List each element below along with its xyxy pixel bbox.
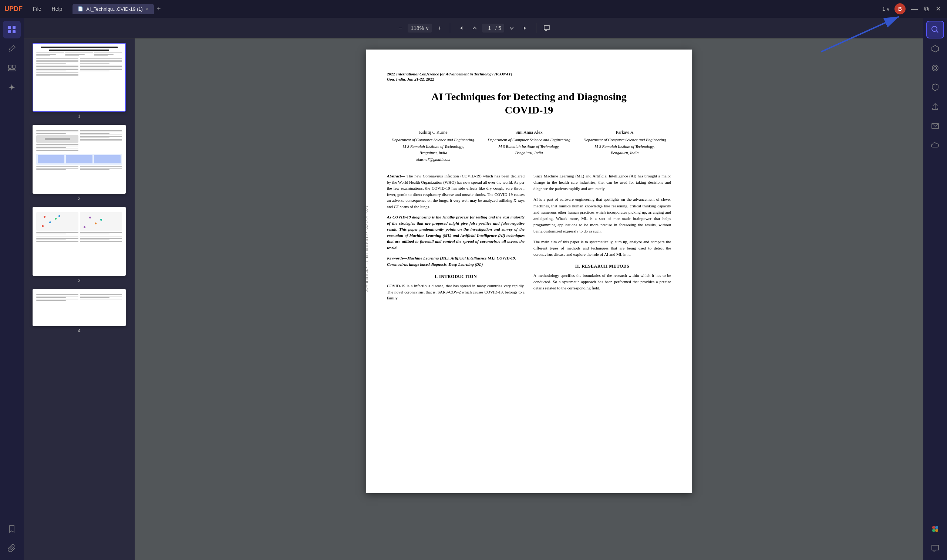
author-2-institute: M S Ramaiah Institute of Technology, (483, 143, 575, 150)
zoom-controls: − 118% ∨ + (393, 22, 446, 35)
zoom-in-button[interactable]: + (433, 22, 446, 35)
tab-active[interactable]: 📄 AI_Techniqu...OVID-19 (1) × (72, 4, 154, 14)
two-col-content: Abstract— The new Coronavirus infection … (387, 173, 671, 301)
author-1-institute: M S Ramaiah Institute of Technology, (387, 143, 480, 150)
keywords: Keywords—Machine Learning (ML), Artifici… (387, 255, 524, 267)
zoom-chevron-icon: ∨ (426, 25, 429, 31)
right-col-p1: Since Machine Learning (ML) and Artifici… (534, 173, 671, 192)
abstract-text: The new Coronavirus infection (COVID-19)… (387, 174, 524, 209)
user-avatar[interactable]: B (895, 3, 905, 14)
page-last-button[interactable] (519, 22, 532, 35)
version-display: 1 ∨ (882, 6, 890, 12)
sidebar-icon-organize[interactable] (3, 59, 21, 77)
zoom-out-button[interactable]: − (393, 22, 407, 35)
pdf-title-line1: AI Techniques for Detecting and Diagnosi… (431, 91, 627, 102)
author-2: Sini Anna Alex Department of Computer Sc… (483, 129, 575, 163)
tab-close-button[interactable]: × (146, 6, 149, 12)
sidebar-icon-ai[interactable] (3, 78, 21, 96)
author-1: Kshitij C Kurne Department of Computer S… (387, 129, 480, 163)
restore-button[interactable]: ⧉ (922, 5, 931, 13)
thumbnail-page-3[interactable]: 3 (27, 207, 132, 283)
author-3-city: Bengaluru, India (578, 150, 671, 156)
tab-file-icon: 📄 (78, 6, 83, 11)
titlebar: UPDF File Help 📄 AI_Techniqu...OVID-19 (… (0, 0, 947, 18)
conference-line1: 2022 International Conference for Advanc… (387, 72, 671, 76)
page-separator: / (495, 25, 497, 31)
thumb-frame-3 (32, 207, 126, 276)
toolbar: − 118% ∨ + / 5 (24, 18, 923, 38)
sidebar-icon-thumbnail[interactable] (3, 21, 21, 38)
page-down-button[interactable] (505, 22, 518, 35)
author-3-name: Parkavi A (578, 129, 671, 136)
svg-rect-2 (8, 30, 11, 33)
author-1-name: Kshitij C Kurne (387, 129, 480, 136)
author-3-dept: Department of Computer Science and Engin… (578, 137, 671, 143)
right-sidebar-chat[interactable] (926, 539, 944, 557)
right-sidebar-protect[interactable] (926, 78, 944, 96)
author-3: Parkavi A Department of Computer Science… (578, 129, 671, 163)
right-sidebar-ocr[interactable] (926, 59, 944, 77)
right-col-p2: AI is a part of software engineering tha… (534, 196, 671, 234)
page-first-button[interactable] (454, 22, 467, 35)
thumb-num-3: 3 (78, 278, 81, 283)
close-button[interactable]: ✕ (934, 5, 942, 13)
svg-point-14 (935, 526, 938, 529)
section1-header: I. Introduction (387, 273, 524, 280)
thumb-frame-2 (32, 125, 126, 194)
author-3-institute: M S Ramaiah Institue of Technology, (578, 143, 671, 150)
pdf-title: AI Techniques for Detecting and Diagnosi… (387, 90, 671, 117)
abstract-p2: As COVID-19 diagnosing is the lengthy pr… (387, 214, 524, 251)
comment-button[interactable] (540, 22, 554, 35)
svg-point-16 (935, 529, 938, 532)
sidebar-icon-annotation[interactable] (3, 40, 21, 58)
right-sidebar (923, 18, 947, 560)
conference-line2: Goa, India. Jan 21-22, 2022 (387, 77, 671, 81)
menu-file[interactable]: File (28, 5, 46, 13)
left-column: Abstract— The new Coronavirus infection … (387, 173, 524, 301)
tab-bar: 📄 AI_Techniqu...OVID-19 (1) × + (72, 4, 160, 14)
svg-rect-5 (12, 65, 15, 68)
thumbnail-page-4[interactable]: 4 (27, 289, 132, 334)
abstract-p2-text: As COVID-19 diagnosing is the lengthy pr… (387, 214, 524, 251)
titlebar-right: 1 ∨ B — ⧉ ✕ (882, 3, 942, 14)
zoom-level-text: 118% (410, 25, 424, 31)
author-2-city: Bengaluru, India (483, 150, 575, 156)
page-up-button[interactable] (468, 22, 481, 35)
sidebar-icon-attachment[interactable] (3, 539, 21, 557)
authors-section: Kshitij C Kurne Department of Computer S… (387, 129, 671, 163)
svg-point-11 (932, 65, 938, 71)
page-display: / 5 (482, 24, 504, 32)
right-sidebar-mail[interactable] (926, 117, 944, 135)
left-sidebar (0, 18, 24, 560)
zoom-display[interactable]: 118% ∨ (408, 24, 432, 32)
content-area: − 118% ∨ + / 5 (24, 18, 923, 560)
svg-point-15 (932, 529, 935, 532)
right-sidebar-search[interactable] (926, 21, 944, 38)
right-sidebar-cloud[interactable] (926, 136, 944, 154)
author-2-name: Sini Anna Alex (483, 129, 575, 136)
thumbnail-page-1[interactable]: 1 (27, 43, 132, 119)
menu-help[interactable]: Help (47, 5, 67, 13)
pdf-page-1: 2022/531.00 ©2022 IEEE | DOI: 10.1109/IC… (366, 49, 692, 493)
svg-point-10 (934, 66, 937, 69)
thumbnail-page-2[interactable]: 2 (27, 125, 132, 201)
menu-bar: File Help (28, 5, 66, 13)
right-sidebar-colorful[interactable] (926, 520, 944, 538)
page-number-input[interactable] (485, 25, 494, 31)
minimize-button[interactable]: — (910, 5, 919, 13)
right-sidebar-convert[interactable] (926, 40, 944, 58)
sidebar-icon-bookmark[interactable] (3, 520, 21, 538)
author-1-dept: Department of Computer Science and Engin… (387, 137, 480, 143)
author-1-city: Bengaluru, India (387, 150, 480, 156)
app-logo: UPDF (5, 5, 23, 13)
svg-rect-3 (12, 30, 15, 33)
thumb-num-4: 4 (78, 328, 81, 334)
page-total-text: 5 (498, 25, 501, 31)
right-column: Since Machine Learning (ML) and Artifici… (534, 173, 671, 301)
margin-text: 2022/531.00 ©2022 IEEE | DOI: 10.1109/IC… (366, 205, 369, 292)
tab-add-button[interactable]: + (157, 5, 161, 13)
svg-rect-4 (9, 65, 11, 68)
section1-text: COVID-19 is a infectious disease, that h… (387, 283, 524, 301)
section2-header: II. RESEARCH METODS (534, 263, 671, 269)
right-sidebar-share[interactable] (926, 98, 944, 115)
